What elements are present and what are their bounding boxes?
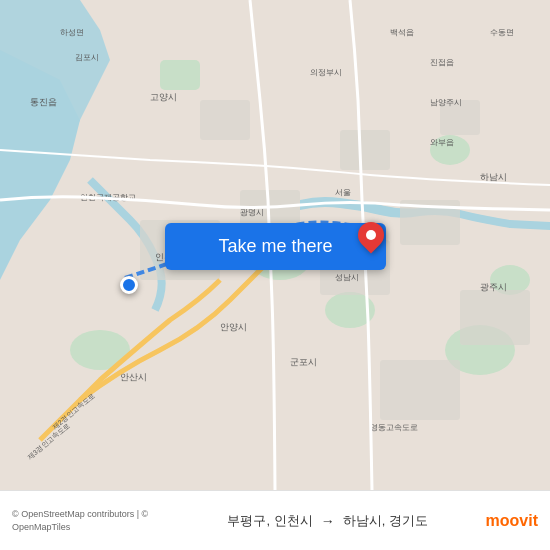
bottom-bar: © OpenStreetMap contributors | © OpenMap…: [0, 490, 550, 550]
svg-rect-14: [200, 100, 250, 140]
svg-text:남양주시: 남양주시: [430, 98, 462, 107]
svg-text:김포시: 김포시: [75, 53, 99, 62]
svg-text:백석읍: 백석읍: [390, 28, 414, 37]
brand-name: moovit: [486, 512, 538, 530]
svg-text:수동면: 수동면: [490, 28, 514, 37]
svg-text:영동고속도로: 영동고속도로: [370, 423, 418, 432]
svg-text:군포시: 군포시: [290, 357, 317, 367]
svg-rect-11: [340, 130, 390, 170]
origin-label: 부평구, 인천시: [227, 512, 312, 530]
svg-text:통진읍: 통진읍: [30, 97, 57, 107]
take-me-button-label: Take me there: [218, 236, 332, 257]
svg-text:진접읍: 진접읍: [430, 58, 454, 67]
svg-text:성남시: 성남시: [335, 273, 359, 282]
svg-text:하남시: 하남시: [480, 172, 507, 182]
svg-rect-16: [380, 360, 460, 420]
origin-pin: [120, 276, 138, 294]
map-container: 인천 광명시 서울 성남시 통진읍 고양시 의정부시 진접읍 남양주시 하남시 …: [0, 0, 550, 490]
svg-text:안양시: 안양시: [220, 322, 247, 332]
route-arrow: →: [321, 513, 335, 529]
svg-text:고양시: 고양시: [150, 92, 177, 102]
svg-text:서울: 서울: [335, 188, 351, 197]
destination-label: 하남시, 경기도: [343, 512, 428, 530]
svg-text:하성면: 하성면: [60, 28, 84, 37]
svg-rect-15: [460, 290, 530, 345]
svg-text:와부읍: 와부읍: [430, 138, 454, 147]
svg-text:광명시: 광명시: [240, 208, 264, 217]
take-me-button[interactable]: Take me there: [165, 223, 386, 270]
svg-text:광주시: 광주시: [480, 282, 507, 292]
moovit-logo: moovit: [486, 512, 538, 530]
svg-text:안산시: 안산시: [120, 372, 147, 382]
attribution-text: © OpenStreetMap contributors | © OpenMap…: [12, 509, 148, 532]
svg-rect-4: [160, 60, 200, 90]
attribution: © OpenStreetMap contributors | © OpenMap…: [12, 508, 170, 533]
route-info: 부평구, 인천시 → 하남시, 경기도: [170, 512, 486, 530]
svg-text:의정부시: 의정부시: [310, 68, 342, 77]
